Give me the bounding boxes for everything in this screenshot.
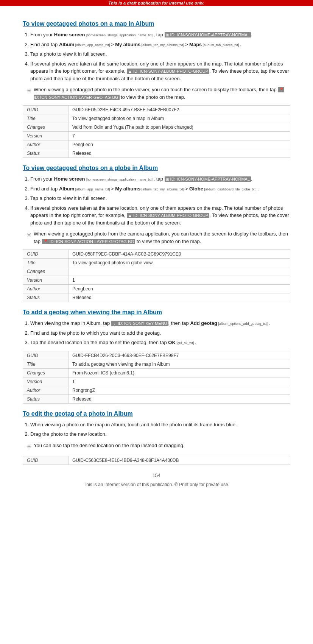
album-label-globe: Album [59,186,74,192]
meta-row: Title To view geotagged photos on a map … [23,114,290,123]
tip-edit-geotag: ✳ You can also tap the desired location … [26,442,290,451]
section-title-globe: To view geotagged photos on a globe in A… [23,165,290,172]
meta-label: Title [23,259,69,267]
section-title-edit-geotag: To edit the geotag of a photo in Album [23,410,290,417]
meta-table-edit-geotag: GUID GUID-C563C5E8-4E10-4BD9-A348-08F1A4… [23,456,290,465]
steps-list-edit-geotag: When viewing a photo on the map in Album… [23,421,290,438]
section-globe: To view geotagged photos on a globe in A… [23,165,290,302]
meta-label: Changes [23,267,69,276]
meta-row: Title To add a geotag when viewing the m… [23,360,290,368]
meta-value: GUID-6ED5D2BE-F4C3-4957-B8EE-544F2EB007F… [69,106,290,114]
meta-value [69,267,290,276]
step-map-1: From your Home screen [homescreen_string… [30,31,290,39]
meta-value: PengLeon [69,140,290,149]
meta-label: Author [23,140,69,149]
meta-table-map: GUID GUID-6ED5D2BE-F4C3-4957-B8EE-544F2E… [23,105,290,158]
page-content: To view geotagged photos on a map in Alb… [0,6,313,502]
meta-row: Changes From Nozomi ICS (edream6.1). [23,368,290,377]
menu-icon-highlight: ⋮ ID: ICN-SONY-KEY-MENU [111,321,168,326]
meta-row: Version 1 [23,276,290,285]
steps-list-add-geotag: When viewing the map in Album, tap ⋮ ID:… [23,320,290,346]
meta-label: GUID [23,250,69,259]
meta-label: Author [23,285,69,293]
page-number: 154 [23,472,290,478]
meta-row: Status Released [23,293,290,302]
apptray-icon-highlight: ⊞ ID: ICN-SONY-HOME-APPTRAY-NORMAL [165,32,251,37]
meta-table-add-geotag: GUID GUID-FFCB4D26-20C3-4693-90EF-C62E7F… [23,351,290,404]
meta-label: GUID [23,351,69,360]
meta-row: Changes Valid from Odin and Yuga (The pa… [23,123,290,132]
meta-table-globe: GUID GUID-058FF9EC-CDBF-414A-AC0B-2C89C9… [23,249,290,302]
meta-value: Valid from Odin and Yuga (The path to op… [69,123,290,132]
tip-icon-map: ✳ [26,86,31,95]
meta-row: Author RongrongZ [23,386,290,395]
meta-value: To add a geotag when viewing the map in … [69,360,290,368]
step-globe-4: If several photos were taken at the same… [30,204,290,227]
photo-group-icon-highlight-globe: ▲ ID: ICN-SONY-ALBUM-PHOTO-GROUP [127,213,209,218]
tip-globe: ✳ When viewing a geotagged photo from th… [26,230,290,245]
step-globe-2: Find and tap Album [album_app_name_txt] … [30,185,290,193]
section-map: To view geotagged photos on a map in Alb… [23,20,290,158]
meta-value: 7 [69,132,290,140]
meta-value: From Nozomi ICS (edream6.1). [69,368,290,377]
tip-icon-globe: ✳ [26,231,31,240]
tip-icon-edit-geotag: ✳ [26,442,31,451]
step-globe-3: Tap a photo to view it in full screen. [30,195,290,202]
meta-label: Version [23,377,69,386]
myalbums-label-globe: My albums [115,186,140,192]
apptray-icon-highlight-globe: ⊞ ID: ICN-SONY-HOME-APPTRAY-NORMAL [165,176,251,182]
step-map-4: If several photos were taken at the same… [30,60,290,83]
meta-row: Status Released [23,149,290,158]
section-title-map: To view geotagged photos on a map in Alb… [23,20,290,27]
step-addgeotag-2: Find and tap the photo to which you want… [30,329,290,337]
meta-value: GUID-FFCB4D26-20C3-4693-90EF-C62E7FBE98F… [69,351,290,360]
homescreen-label: Home screen [54,32,85,37]
album-label: Album [59,42,74,47]
steps-list-map: From your Home screen [homescreen_string… [23,31,290,82]
meta-row: Author PengLeon [23,140,290,149]
meta-value: 1 [69,276,290,285]
footer-text: This is an Internet version of this publ… [23,482,290,495]
draft-banner: This is a draft publication for internal… [0,0,313,6]
meta-label: Changes [23,123,69,132]
ok-label: OK [168,340,176,345]
tip-text-globe: When viewing a geotagged photo from the … [34,230,290,245]
meta-value: 1 [69,377,290,386]
photo-group-icon-highlight: ▲ ID: ICN-SONY-ALBUM-PHOTO-GROUP [127,69,209,74]
meta-value: Released [69,149,290,158]
homescreen-label-globe: Home screen [54,176,85,182]
geotag-icon-highlight-map: 📍 ID: ICN-SONY-ACTION-LAYER-GEOTAG-BG [34,87,284,100]
meta-row: Status Released [23,395,290,403]
meta-row: Title To view geotagged photos in globe … [23,259,290,267]
section-add-geotag: To add a geotag when viewing the map in … [23,309,290,404]
step-addgeotag-3: Tap the desired location on the map to s… [30,339,290,346]
tip-map: ✳ When viewing a geotagged photo in the … [26,86,290,101]
section-edit-geotag: To edit the geotag of a photo in Album W… [23,410,290,465]
tip-text-edit-geotag: You can also tap the desired location on… [34,442,184,449]
meta-value: RongrongZ [69,386,290,395]
meta-value: PengLeon [69,285,290,293]
step-map-3: Tap a photo to view it in full screen. [30,50,290,58]
add-geotag-label: Add geotag [190,320,217,326]
meta-value: To view geotagged photos in globe view [69,259,290,267]
meta-label: Version [23,276,69,285]
meta-label: Title [23,114,69,123]
meta-value: Released [69,293,290,302]
geotag-icon-highlight-globe: 📍 ID: ICN-SONY-ACTION-LAYER-GEOTAG-BG [42,239,135,244]
meta-label: Status [23,293,69,302]
step-editgeotag-2: Drag the photo to the new location. [30,430,290,438]
myalbums-label: My albums [115,42,140,47]
step-editgeotag-1: When viewing a photo on the map in Album… [30,421,290,429]
meta-label: Version [23,132,69,140]
meta-row: Author PengLeon [23,285,290,293]
meta-row: GUID GUID-6ED5D2BE-F4C3-4957-B8EE-544F2E… [23,106,290,114]
section-title-add-geotag: To add a geotag when viewing the map in … [23,309,290,316]
meta-row: Version 7 [23,132,290,140]
step-addgeotag-1: When viewing the map in Album, tap ⋮ ID:… [30,320,290,327]
meta-row: GUID GUID-058FF9EC-CDBF-414A-AC0B-2C89C9… [23,250,290,259]
meta-row: Version 1 [23,377,290,386]
maps-label: Maps [189,42,202,47]
meta-row: GUID GUID-FFCB4D26-20C3-4693-90EF-C62E7F… [23,351,290,360]
steps-list-globe: From your Home screen [homescreen_string… [23,175,290,226]
globe-label: Globe [189,186,203,192]
